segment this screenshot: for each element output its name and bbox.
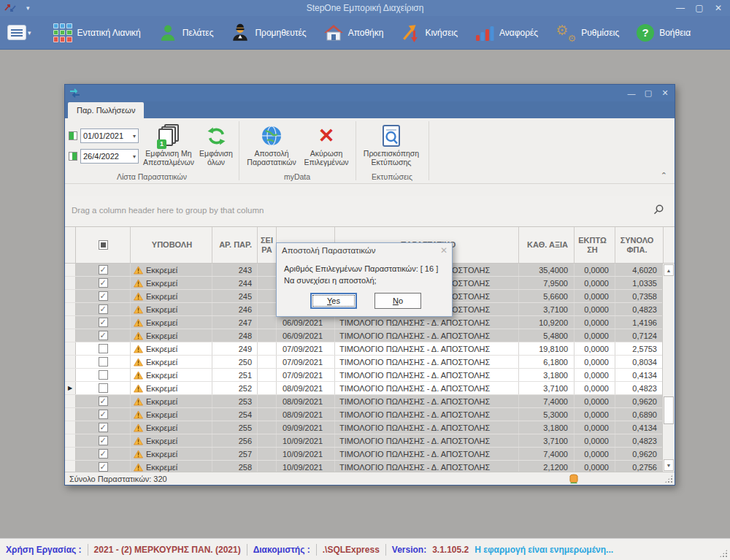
submission-status-cell: Εκκρεμεί xyxy=(131,356,212,368)
row-select-checkbox[interactable]: ✓ xyxy=(76,461,131,472)
group-by-bar[interactable]: Drag a column header here to group by th… xyxy=(65,196,675,226)
row-select-checkbox[interactable] xyxy=(76,342,131,355)
toolbar-item-settings[interactable]: ⚙⚙ Ρυθμίσεις xyxy=(556,23,619,42)
header-series[interactable]: ΣΕΙΡΑ xyxy=(258,227,277,263)
table-row[interactable]: ✓Εκκρεμεί24706/09/2021ΤΙΜΟΛΟΓΙΟ ΠΩΛΗΣΗΣ … xyxy=(65,316,664,329)
toolbar-item-movements[interactable]: Κινήσεις xyxy=(401,23,458,42)
child-resize-grip[interactable] xyxy=(664,475,673,483)
scroll-up-icon[interactable]: ▲ xyxy=(664,264,674,276)
send-documents-button[interactable]: Αποστολή Παραστατικών xyxy=(243,123,300,178)
net-value-cell: 7,9500 xyxy=(519,277,575,289)
row-indicator xyxy=(65,408,76,421)
header-net-value[interactable]: ΚΑΘ. ΑΞΙΑ xyxy=(519,227,575,263)
child-minimize-button[interactable]: — xyxy=(626,89,637,98)
vat-cell: 0,4134 xyxy=(615,369,664,381)
table-row[interactable]: ▶Εκκρεμεί25208/09/2021ΤΙΜΟΛΟΓΙΟ ΠΩΛΗΣΗΣ … xyxy=(65,382,664,395)
header-doc-number[interactable]: ΑΡ. ΠΑΡ. xyxy=(212,227,258,263)
table-row[interactable]: ✓Εκκρεμεί25308/09/2021ΤΙΜΟΛΟΓΙΟ ΠΩΛΗΣΗΣ … xyxy=(65,395,664,408)
toolbar-item-warehouse[interactable]: Αποθήκη xyxy=(324,23,384,42)
app-resize-grip[interactable] xyxy=(719,549,728,558)
main-menu-button[interactable] xyxy=(7,25,26,40)
table-row[interactable]: Εκκρεμεί25007/09/2021ΤΙΜΟΛΟΓΙΟ ΠΩΛΗΣΗΣ -… xyxy=(65,356,664,369)
yes-button[interactable]: Yes xyxy=(310,293,357,309)
row-select-checkbox[interactable] xyxy=(76,382,131,394)
scroll-down-icon[interactable]: ▼ xyxy=(664,459,674,471)
submission-status-cell: Εκκρεμεί xyxy=(131,421,212,434)
show-unsent-button[interactable]: 1 Εμφάνιση Μη Απεσταλμένων xyxy=(139,123,198,178)
doctype-cell: ΤΙΜΟΛΟΓΙΟ ΠΩΛΗΣΗΣ - Δ. ΑΠΟΣΤΟΛΗΣ xyxy=(335,356,519,368)
toolbar-item-help[interactable]: ? Βοήθεια xyxy=(637,24,691,42)
update-message: Η εφαρμογή είναι ενημερωμένη... xyxy=(474,545,613,555)
discount-cell: 0,0000 xyxy=(575,329,615,342)
child-close-button[interactable]: ✕ xyxy=(660,88,670,98)
table-row[interactable]: ✓Εκκρεμεί25810/09/2021ΤΙΜΟΛΟΓΙΟ ΠΩΛΗΣΗΣ … xyxy=(65,461,664,472)
row-select-checkbox[interactable]: ✓ xyxy=(76,290,131,302)
database-icon xyxy=(569,474,579,484)
search-icon[interactable] xyxy=(653,204,664,215)
close-button[interactable]: ✕ xyxy=(712,3,724,13)
table-row[interactable]: ✓Εκκρεμεί24806/09/2021ΤΙΜΟΛΟΓΙΟ ΠΩΛΗΣΗΣ … xyxy=(65,329,664,342)
warning-icon xyxy=(134,345,143,353)
table-row[interactable]: ✓Εκκρεμεί25408/09/2021ΤΙΜΟΛΟΓΙΟ ΠΩΛΗΣΗΣ … xyxy=(65,408,664,421)
row-select-checkbox[interactable]: ✓ xyxy=(76,264,131,276)
tab-sales-documents[interactable]: Παρ. Πωλήσεων xyxy=(68,102,144,118)
no-button[interactable]: No xyxy=(374,293,421,309)
reports-icon xyxy=(475,23,494,42)
print-preview-button[interactable]: Προεπισκόπηση Εκτύπωσης xyxy=(360,123,423,178)
vat-cell: 0,2756 xyxy=(615,461,664,472)
row-select-checkbox[interactable]: ✓ xyxy=(76,329,131,342)
scrollbar-thumb[interactable] xyxy=(664,396,674,424)
header-select-all-checkbox[interactable] xyxy=(76,227,131,263)
row-select-checkbox[interactable] xyxy=(76,369,131,381)
row-select-checkbox[interactable]: ✓ xyxy=(76,303,131,315)
discount-cell: 0,0000 xyxy=(575,342,615,355)
warning-icon xyxy=(134,463,143,472)
net-value-cell: 2,1200 xyxy=(519,461,575,472)
minimize-button[interactable]: — xyxy=(675,3,686,13)
date-to-input[interactable]: 26/4/2022 ▾ xyxy=(80,149,139,164)
row-select-checkbox[interactable]: ✓ xyxy=(76,395,131,407)
table-row[interactable]: ✓Εκκρεμεί25610/09/2021ΤΙΜΟΛΟΓΙΟ ΠΩΛΗΣΗΣ … xyxy=(65,434,664,448)
series-cell xyxy=(258,356,277,368)
toolbar-item-customers[interactable]: Πελάτες xyxy=(158,23,214,42)
statusbar-divider xyxy=(385,544,386,556)
row-indicator xyxy=(65,461,76,472)
row-select-checkbox[interactable]: ✓ xyxy=(76,421,131,434)
row-select-checkbox[interactable]: ✓ xyxy=(76,434,131,447)
child-maximize-button[interactable]: ▢ xyxy=(643,88,653,98)
table-row[interactable]: ✓Εκκρεμεί25710/09/2021ΤΙΜΟΛΟΓΙΟ ΠΩΛΗΣΗΣ … xyxy=(65,448,664,461)
submission-status-cell: Εκκρεμεί xyxy=(131,461,212,472)
documents-stack-icon: 1 xyxy=(157,124,180,147)
vertical-scrollbar[interactable]: ▲ ▼ xyxy=(662,264,675,472)
date-to-caret-icon[interactable]: ▾ xyxy=(133,153,136,160)
table-row[interactable]: ✓Εκκρεμεί25509/09/2021ΤΙΜΟΛΟΓΙΟ ΠΩΛΗΣΗΣ … xyxy=(65,421,664,434)
row-select-checkbox[interactable]: ✓ xyxy=(76,408,131,421)
table-row[interactable]: Εκκρεμεί24907/09/2021ΤΙΜΟΛΟΓΙΟ ΠΩΛΗΣΗΣ -… xyxy=(65,342,664,356)
row-select-checkbox[interactable]: ✓ xyxy=(76,448,131,460)
maximize-button[interactable]: ▢ xyxy=(694,3,705,13)
row-select-checkbox[interactable] xyxy=(76,356,131,368)
date-from-input[interactable]: 01/01/2021 ▾ xyxy=(80,129,139,143)
toolbar-item-suppliers[interactable]: Προμηθευτές xyxy=(231,23,306,42)
date-from-caret-icon[interactable]: ▾ xyxy=(133,133,136,139)
dialog-close-icon[interactable]: ✕ xyxy=(440,245,447,256)
toolbar-item-reports[interactable]: Αναφορές xyxy=(475,23,538,42)
date-cell: 06/09/2021 xyxy=(277,316,335,329)
row-select-checkbox[interactable]: ✓ xyxy=(76,316,131,329)
net-value-cell: 3,1800 xyxy=(519,369,575,381)
toolbar-item-retail[interactable]: Εντατική Λιανική xyxy=(53,23,141,42)
vat-cell: 0,4823 xyxy=(615,382,664,394)
version-value: 3.1.105.2 xyxy=(432,545,469,555)
header-submission[interactable]: ΥΠΟΒΟΛΗ xyxy=(131,227,212,263)
row-indicator xyxy=(65,356,76,368)
discount-cell: 0,0000 xyxy=(575,434,615,447)
header-vat-total[interactable]: ΣΥΝΟΛΟ ΦΠΑ. xyxy=(615,227,664,263)
show-all-button[interactable]: Εμφάνιση όλων xyxy=(198,123,234,178)
table-row[interactable]: Εκκρεμεί25107/09/2021ΤΙΜΟΛΟΓΙΟ ΠΩΛΗΣΗΣ -… xyxy=(65,369,664,382)
row-select-checkbox[interactable]: ✓ xyxy=(76,277,131,289)
menu-caret-icon[interactable]: ▾ xyxy=(28,29,31,37)
header-discount[interactable]: ΕΚΠΤΩΣΗ xyxy=(575,227,615,263)
cancel-selected-button[interactable]: ✕ Ακύρωση Επιλεγμένων xyxy=(300,123,353,178)
ribbon-collapse-icon[interactable]: ⌃ xyxy=(661,171,667,180)
vat-cell: 0,9620 xyxy=(615,448,664,460)
